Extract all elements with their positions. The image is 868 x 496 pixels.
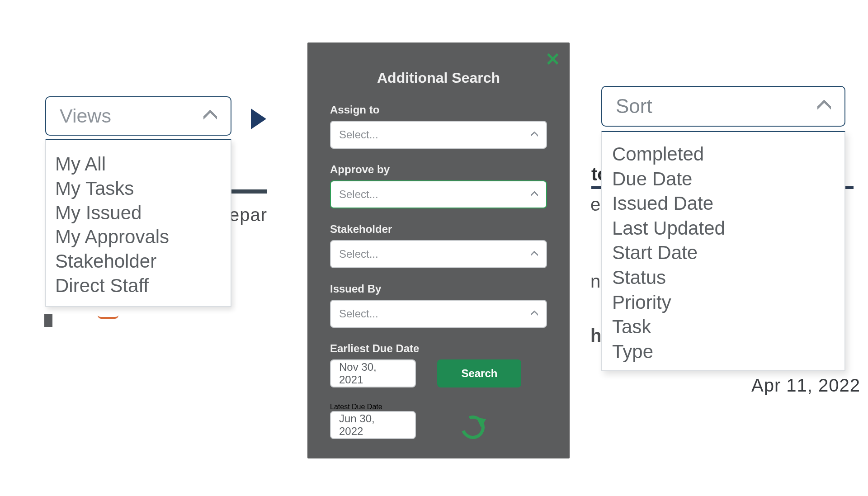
views-option[interactable]: My Approvals [55, 225, 222, 249]
sort-option[interactable]: Type [612, 340, 835, 364]
sort-option[interactable]: Priority [612, 290, 835, 315]
search-button[interactable]: Search [437, 359, 521, 387]
background-text: e [590, 194, 600, 215]
approve-by-value: Select... [339, 188, 378, 201]
sort-option[interactable]: Status [612, 265, 835, 290]
views-dropdown-list: My All My Tasks My Issued My Approvals S… [45, 139, 231, 307]
sort-option[interactable]: Task [612, 315, 835, 340]
play-icon[interactable] [251, 109, 266, 129]
latest-due-date-value: Jun 30, 2022 [339, 412, 395, 438]
earliest-due-date-field: Earliest Due Date Nov 30, 2021 [330, 342, 419, 387]
sort-option[interactable]: Completed [612, 142, 835, 167]
sort-dropdown-toggle[interactable]: Sort [601, 86, 845, 127]
issued-by-field: Issued By Select... [330, 283, 547, 328]
views-option[interactable]: My Tasks [55, 176, 222, 201]
stakeholder-select[interactable]: Select... [330, 240, 547, 268]
refresh-icon[interactable] [457, 411, 488, 443]
views-option[interactable]: My All [55, 152, 222, 176]
assign-to-select[interactable]: Select... [330, 121, 547, 149]
spellcheck-squiggle [98, 315, 118, 319]
background-text: n [590, 271, 600, 292]
chevron-down-icon [203, 108, 217, 121]
approve-by-field: Approve by Select... [330, 163, 547, 208]
earliest-due-date-label: Earliest Due Date [330, 342, 419, 355]
views-dropdown: Views My All My Tasks My Issued My Appro… [45, 96, 231, 307]
latest-due-date-field: Latest Due Date Jun 30, 2022 [330, 403, 416, 439]
sort-dropdown: Sort Completed Due Date Issued Date Last… [601, 86, 845, 371]
approve-by-label: Approve by [330, 163, 547, 176]
sort-option[interactable]: Last Updated [612, 216, 835, 241]
latest-due-date-label: Latest Due Date [330, 403, 382, 411]
latest-due-date-input[interactable]: Jun 30, 2022 [330, 411, 416, 439]
assign-to-label: Assign to [330, 104, 547, 116]
issued-by-select[interactable]: Select... [330, 300, 547, 328]
chevron-down-icon [531, 250, 538, 257]
issued-by-label: Issued By [330, 283, 547, 295]
background-text-epar: epar [229, 205, 267, 225]
chevron-down-icon [531, 130, 538, 137]
views-dropdown-toggle[interactable]: Views [45, 96, 231, 136]
stakeholder-field: Stakeholder Select... [330, 223, 547, 268]
chevron-down-icon [531, 309, 538, 316]
earliest-due-date-input[interactable]: Nov 30, 2021 [330, 359, 416, 387]
assign-to-value: Select... [339, 128, 378, 141]
additional-search-panel: ✕ Additional Search Assign to Select... … [307, 43, 570, 458]
sort-option[interactable]: Issued Date [612, 191, 835, 216]
background-text: h [590, 326, 601, 346]
stakeholder-label: Stakeholder [330, 223, 547, 236]
panel-title: Additional Search [330, 70, 547, 86]
views-dropdown-label: Views [60, 105, 111, 127]
sort-option[interactable]: Start Date [612, 241, 835, 265]
stakeholder-value: Select... [339, 248, 378, 260]
sort-option[interactable]: Due Date [612, 167, 835, 192]
assign-to-field: Assign to Select... [330, 104, 547, 149]
chevron-down-icon [817, 98, 831, 111]
chevron-down-icon [531, 190, 538, 197]
issued-by-value: Select... [339, 307, 378, 320]
sort-dropdown-list: Completed Due Date Issued Date Last Upda… [601, 131, 845, 371]
views-option[interactable]: Direct Staff [55, 274, 222, 298]
views-option[interactable]: My Issued [55, 201, 222, 225]
approve-by-select[interactable]: Select... [330, 180, 547, 208]
background-date-text: Apr 11, 2022 [751, 375, 860, 396]
background-block [44, 314, 52, 327]
earliest-due-date-value: Nov 30, 2021 [339, 361, 395, 386]
sort-dropdown-label: Sort [616, 95, 652, 118]
views-option[interactable]: Stakeholder [55, 249, 222, 274]
close-icon[interactable]: ✕ [545, 49, 561, 70]
